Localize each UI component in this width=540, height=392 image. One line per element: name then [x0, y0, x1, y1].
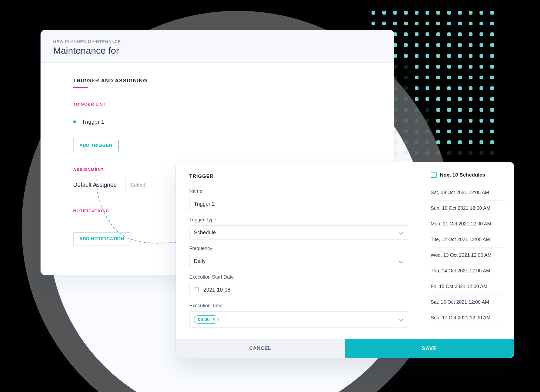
start-date-input[interactable]: 2021-10-08 — [189, 283, 408, 297]
bullet-icon — [73, 120, 76, 123]
trigger-panel-title: TRIGGER — [189, 174, 408, 179]
schedule-item: Sun, 17 Oct 2021 12:00 AM — [431, 310, 505, 326]
header-eyebrow: NEW PLANNED MAINTENANCE — [53, 39, 382, 44]
time-field-label: Execution Time — [189, 303, 408, 309]
trigger-list-label: TRIGGER LIST — [73, 102, 362, 107]
trigger-row[interactable]: Trigger 1 — [73, 113, 362, 131]
calendar-icon — [431, 172, 437, 178]
schedule-item: Mon, 11 Oct 2021 12:00 AM — [431, 216, 505, 232]
schedule-item: Sat, 09 Oct 2021 12:00 AM — [431, 185, 505, 201]
trigger-type-select[interactable]: Schedule — [189, 225, 408, 240]
default-assignee-label: Default Assignee — [73, 182, 117, 188]
schedules-title: Next 10 Schedules — [440, 172, 485, 178]
calendar-icon — [194, 287, 199, 292]
cancel-button[interactable]: CANCEL — [176, 339, 345, 358]
chevron-down-icon — [399, 317, 404, 322]
time-chip-label: 00:00 — [198, 317, 210, 322]
schedule-item: Sat, 16 Oct 2021 12:00 AM — [431, 295, 505, 310]
close-icon[interactable]: × — [212, 317, 215, 322]
start-date-value: 2021-10-08 — [203, 287, 230, 293]
schedule-item: Tue, 12 Oct 2021 12:00 AM — [431, 232, 505, 248]
chevron-down-icon — [399, 259, 404, 263]
save-button[interactable]: SAVE — [345, 339, 514, 358]
schedule-item: Sun, 10 Oct 2021 12:00 AM — [431, 201, 505, 216]
type-field-label: Trigger Type — [189, 217, 408, 223]
section-title: TRIGGER AND ASSIGNING — [73, 78, 147, 87]
frequency-select[interactable]: Daily — [189, 254, 408, 268]
add-notification-button[interactable]: ADD NOTIFICATION — [73, 232, 130, 245]
frequency-value: Daily — [194, 258, 205, 264]
trigger-form: TRIGGER Name Trigger Type Schedule Frequ… — [176, 162, 422, 339]
panel-header: NEW PLANNED MAINTENANCE Maintenance for — [41, 30, 394, 63]
name-field-label: Name — [189, 188, 408, 194]
assignee-select[interactable]: Select — [125, 178, 174, 192]
schedule-item: Fri, 15 Oct 2021 12:00 AM — [431, 279, 505, 295]
execution-time-input[interactable]: 00:00 × — [189, 311, 408, 328]
time-chip[interactable]: 00:00 × — [194, 315, 219, 324]
schedules-panel: Next 10 Schedules Sat, 09 Oct 2021 12:00… — [422, 162, 514, 339]
schedule-item: Wed, 13 Oct 2021 12:00 AM — [431, 248, 505, 263]
freq-field-label: Frequency — [189, 246, 408, 251]
start-field-label: Execution Start Date — [189, 274, 408, 280]
chevron-down-icon — [399, 231, 404, 235]
name-input[interactable] — [189, 197, 408, 211]
trigger-type-value: Schedule — [194, 229, 216, 235]
schedule-item: Thu, 14 Oct 2021 12:00 AM — [431, 263, 505, 279]
trigger-modal: TRIGGER Name Trigger Type Schedule Frequ… — [176, 162, 514, 358]
trigger-name: Trigger 1 — [82, 119, 104, 125]
page-title: Maintenance for — [53, 45, 382, 56]
add-trigger-button[interactable]: ADD TRIGGER — [73, 139, 119, 152]
